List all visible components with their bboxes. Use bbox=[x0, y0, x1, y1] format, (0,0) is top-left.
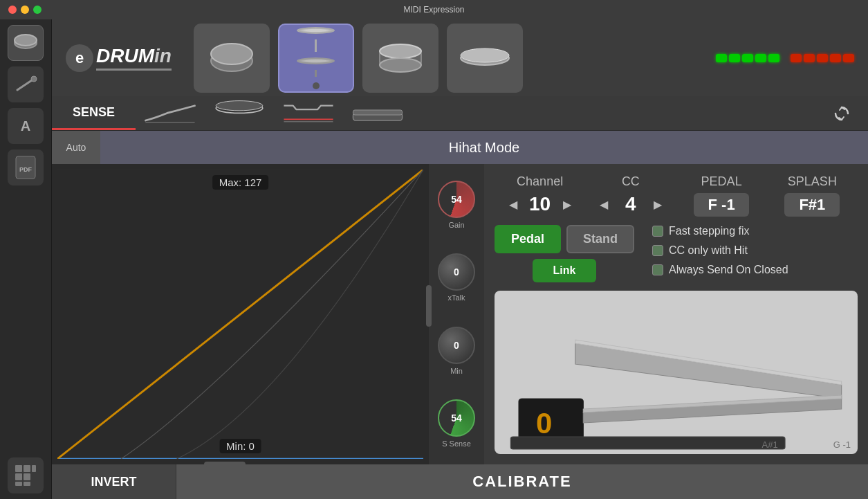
instrument-hihat[interactable] bbox=[278, 24, 354, 93]
gain-knob[interactable]: 54 bbox=[438, 181, 475, 218]
tab-curve2[interactable] bbox=[205, 97, 274, 130]
sidebar-item-a[interactable]: A bbox=[8, 108, 44, 144]
logo-text: DRUMin bbox=[96, 45, 172, 71]
sidebar: A PDF bbox=[0, 19, 52, 499]
tab-curve4[interactable] bbox=[343, 97, 412, 130]
red-light-5 bbox=[843, 54, 854, 62]
checkbox-always-send[interactable]: Always Send On Closed bbox=[652, 264, 788, 276]
sidebar-item-drum[interactable] bbox=[8, 25, 44, 61]
curve-max-label: Max: 127 bbox=[212, 175, 269, 190]
pad-buttons: Pedal Stand Link bbox=[495, 225, 634, 282]
tab-sense[interactable]: SENSE bbox=[52, 96, 136, 130]
splash-value-row: F#1 bbox=[784, 193, 840, 217]
red-lights bbox=[791, 54, 854, 62]
cc-up-arrow[interactable]: ▶ bbox=[651, 194, 665, 214]
bottom-bar: INVERT CALIBRATE bbox=[52, 464, 868, 499]
main-content: e DRUMin bbox=[52, 19, 868, 499]
curve-scrollbar-vertical[interactable] bbox=[426, 285, 432, 327]
svg-point-19 bbox=[461, 48, 509, 62]
svg-rect-6 bbox=[15, 465, 22, 472]
svg-rect-7 bbox=[24, 465, 30, 472]
knob-xtalk-item: 0 xTalk bbox=[438, 253, 475, 302]
svg-marker-33 bbox=[575, 343, 842, 399]
checkbox-cc-only[interactable]: CC only with Hit bbox=[652, 244, 788, 257]
logo-e: e bbox=[66, 44, 93, 72]
red-light-2 bbox=[804, 54, 815, 62]
instrument-hi-tom[interactable] bbox=[194, 24, 270, 93]
svg-rect-8 bbox=[32, 465, 36, 472]
svg-point-14 bbox=[211, 44, 252, 64]
refresh-button[interactable] bbox=[829, 101, 854, 126]
content-area: Max: 127 Min bbox=[52, 164, 868, 464]
xtalk-knob[interactable]: 0 bbox=[438, 253, 475, 291]
splash-block: SPLASH F#1 bbox=[767, 174, 858, 217]
cc-down-arrow[interactable]: ◀ bbox=[597, 194, 611, 214]
instrument-bar: e DRUMin bbox=[52, 19, 868, 96]
params-row: Channel ◀ 10 ▶ CC ◀ 4 bbox=[495, 174, 858, 217]
channel-block: Channel ◀ 10 ▶ bbox=[495, 174, 585, 217]
red-light-4 bbox=[830, 54, 841, 62]
green-light-2 bbox=[729, 54, 740, 62]
checkboxes: Fast stepping fix CC only with Hit Alway… bbox=[652, 225, 788, 276]
cc-only-checkbox[interactable] bbox=[652, 245, 663, 256]
hihat-preview: 0 bbox=[495, 291, 858, 454]
calibrate-button: CALIBRATE bbox=[472, 473, 571, 491]
minimize-button[interactable] bbox=[21, 6, 29, 14]
fast-stepping-checkbox[interactable] bbox=[652, 226, 663, 237]
stand-button[interactable]: Stand bbox=[566, 225, 634, 253]
svg-point-17 bbox=[380, 58, 421, 72]
curve-panel: Max: 127 Min bbox=[52, 164, 429, 464]
knob-ssense-item: 54 S Sense bbox=[438, 399, 475, 448]
cc-value-row: ◀ 4 ▶ bbox=[597, 193, 665, 215]
app-logo: e DRUMin bbox=[66, 44, 172, 72]
curve-svg bbox=[57, 170, 423, 459]
auto-button[interactable]: Auto bbox=[52, 131, 100, 164]
tab-bar: SENSE bbox=[52, 96, 868, 131]
svg-rect-12 bbox=[24, 482, 30, 486]
cc-block: CC ◀ 4 ▶ bbox=[585, 174, 676, 217]
min-knob[interactable]: 0 bbox=[438, 327, 475, 364]
note-label-ash1: A#1 bbox=[762, 439, 778, 450]
sidebar-item-pdf[interactable]: PDF bbox=[8, 149, 44, 185]
ssense-knob[interactable]: 54 bbox=[438, 399, 475, 437]
curve-min-label: Min: 0 bbox=[219, 439, 261, 453]
sidebar-item-grid[interactable] bbox=[8, 457, 44, 493]
knob-min-item: 0 Min bbox=[438, 327, 475, 375]
link-row: Link bbox=[495, 259, 634, 282]
app-body: A PDF e bbox=[0, 19, 868, 499]
sidebar-item-stick[interactable] bbox=[8, 66, 44, 102]
tab-curve3[interactable] bbox=[274, 97, 343, 130]
tab-curve1[interactable] bbox=[136, 97, 205, 130]
mode-bar: Auto Hihat Mode bbox=[52, 131, 868, 164]
svg-rect-11 bbox=[15, 482, 22, 486]
red-light-3 bbox=[817, 54, 828, 62]
title-bar: MIDI Expression bbox=[0, 0, 868, 19]
checkbox-fast-stepping[interactable]: Fast stepping fix bbox=[652, 225, 788, 237]
close-button[interactable] bbox=[8, 6, 17, 14]
instrument-crash[interactable] bbox=[447, 24, 523, 93]
always-send-checkbox[interactable] bbox=[652, 264, 663, 275]
knob-gain-item: 54 Gain bbox=[438, 181, 475, 229]
main-panel: SENSE bbox=[52, 96, 868, 499]
curve-scrollbar-horizontal[interactable] bbox=[204, 462, 246, 467]
pedal-button[interactable]: Pedal bbox=[495, 225, 561, 253]
green-lights bbox=[716, 54, 779, 62]
link-button[interactable]: Link bbox=[533, 259, 597, 282]
knobs-panel: 54 Gain 0 xTalk 0 Min bbox=[429, 164, 484, 464]
maximize-button[interactable] bbox=[33, 6, 41, 14]
channel-down-arrow[interactable]: ◀ bbox=[506, 194, 520, 214]
instrument-snare[interactable] bbox=[362, 24, 438, 93]
note-label-gm1: G -1 bbox=[833, 439, 851, 450]
title-bar-buttons bbox=[8, 6, 41, 14]
right-panel: Channel ◀ 10 ▶ CC ◀ 4 bbox=[484, 164, 868, 464]
red-light-1 bbox=[791, 54, 802, 62]
green-light-1 bbox=[716, 54, 727, 62]
window-title: MIDI Expression bbox=[403, 5, 464, 15]
channel-value-row: ◀ 10 ▶ bbox=[506, 193, 574, 215]
svg-rect-25 bbox=[353, 109, 402, 114]
invert-button[interactable]: INVERT bbox=[52, 464, 176, 499]
svg-text:PDF: PDF bbox=[19, 166, 33, 173]
calibrate-area[interactable]: CALIBRATE bbox=[176, 464, 868, 499]
status-lights bbox=[716, 54, 854, 62]
channel-up-arrow[interactable]: ▶ bbox=[560, 194, 574, 214]
